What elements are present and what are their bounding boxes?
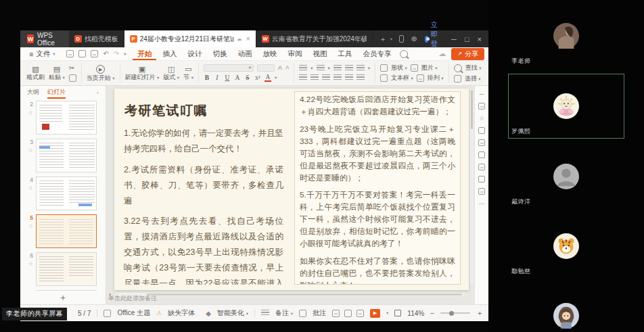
menu-design[interactable]: 设计 (183, 47, 206, 60)
new-tab-button[interactable]: ＋ ▾ (373, 30, 399, 47)
menu-transition[interactable]: 切换 (208, 47, 231, 60)
zoom-out-button[interactable]: − (430, 310, 434, 317)
slides-tab[interactable]: 幻灯片 (47, 86, 66, 99)
justify-icon[interactable] (334, 74, 342, 81)
animation-pane-icon[interactable] (478, 151, 485, 158)
participant-tile[interactable]: 戴诗洋 (509, 145, 624, 208)
tab-close-icon[interactable]: × (245, 35, 250, 43)
bold-button[interactable]: B (204, 75, 210, 82)
slide-thumb-6[interactable] (36, 252, 97, 286)
horizontal-scrollbar[interactable] (116, 293, 465, 296)
normal-view-icon[interactable] (332, 310, 340, 317)
reading-view-icon[interactable] (356, 310, 364, 317)
add-slide-button[interactable]: ＋ (20, 291, 106, 304)
restore-button[interactable]: □ (465, 35, 469, 43)
template-icon[interactable] (478, 139, 485, 146)
slide-thumb-5-selected[interactable] (36, 214, 97, 248)
sorter-view-icon[interactable] (344, 310, 352, 317)
favorites-icon[interactable]: ☆ (479, 115, 484, 122)
picture-button[interactable]: 图片 ▾ (421, 65, 438, 71)
menu-animation[interactable]: 动画 (233, 47, 256, 60)
thumbnail-row[interactable]: 3☆ (24, 139, 104, 172)
line-spacing-icon[interactable] (356, 65, 365, 72)
sidebar-toggle-icon[interactable] (399, 35, 404, 43)
more-tools-icon[interactable]: ⋯ (479, 200, 485, 207)
shapes-button[interactable]: 形状 ▾ (391, 65, 407, 71)
copy-icon[interactable] (69, 74, 76, 82)
select-button[interactable]: 选择 ▾ (465, 76, 481, 82)
comment-button[interactable]: 批注 (313, 308, 326, 318)
file-menu[interactable]: ≡ 文件 ▾ (24, 49, 60, 59)
editing-canvas[interactable]: 考研笔试叮嘱 1.无论你学的如何，请一定要去考，并且坚持考完四科，给自己一个交代… (106, 86, 474, 304)
font-color-button[interactable]: A (264, 74, 271, 82)
redo-icon[interactable]: ↷ (114, 50, 119, 57)
zoom-slider[interactable] (440, 312, 470, 314)
undo-icon[interactable]: ↶ (103, 50, 108, 57)
menu-home[interactable]: 开始 (133, 47, 156, 60)
strike-button[interactable]: S (244, 75, 251, 82)
slideshow-play-button[interactable]: ▶ (370, 309, 380, 318)
layout-button[interactable]: ◫ 版式 ▾ (163, 66, 179, 80)
zoom-slider-handle[interactable] (449, 311, 454, 316)
wps-home-button[interactable]: W WPS Office (20, 30, 69, 47)
menu-tools[interactable]: 工具 (333, 47, 356, 60)
find-button[interactable]: 查找 ▾ (465, 65, 482, 71)
thumbnail-row[interactable]: 6☆ (24, 252, 104, 286)
slide-left-textbox[interactable]: 考研笔试叮嘱 1.无论你学的如何，请一定要去考，并且坚持考完四科，给自己一个交代… (124, 91, 283, 285)
superscript-button[interactable]: x² (254, 75, 261, 82)
zoom-in-button[interactable]: ＋ (476, 308, 483, 318)
help-icon[interactable] (478, 176, 485, 183)
arrange-button[interactable]: 排列 ▾ (428, 75, 444, 81)
participant-tile[interactable]: 李老师 (509, 4, 624, 68)
notes-hint[interactable]: 单击此处添加备注 (108, 294, 157, 303)
doc-tab-document[interactable]: W 云南省教育厅关于加强2024年硕士研 (256, 30, 373, 47)
participant-tile[interactable]: 鄢勉慈 (509, 214, 624, 278)
doc-tab-docer[interactable]: D 找稻壳模板 (69, 30, 124, 47)
collapse-strip-icon[interactable]: ─ (480, 91, 484, 97)
thumbnail-row[interactable]: 4☆ (24, 176, 104, 210)
slide-right-textbox[interactable]: 4.22号吃完晚饭后回酒店开始复习英语作文＋肖四大题背诵（四套题建议过完一遍）；… (294, 91, 461, 285)
share-button[interactable]: ↗ 分享 (451, 48, 484, 60)
underline-button[interactable]: U (224, 75, 231, 82)
font-size-select[interactable] (257, 64, 275, 72)
font-name-select[interactable]: ▾ (204, 64, 254, 72)
save-icon[interactable] (66, 50, 74, 57)
doc-tab-active[interactable]: P 24届小教专业12月21日考研笔试 ☁ × (124, 30, 256, 47)
minimize-button[interactable]: ─ (451, 35, 457, 43)
thumbnail-row[interactable]: 2☆ (24, 101, 104, 135)
indent-decrease-icon[interactable] (334, 65, 342, 72)
menu-review[interactable]: 审阅 (283, 47, 306, 60)
align-left-icon[interactable] (299, 74, 307, 81)
cut-icon[interactable]: ✂ (69, 64, 76, 72)
indent-increase-icon[interactable] (345, 65, 353, 72)
grow-font-icon[interactable]: A (278, 65, 282, 71)
print-icon[interactable] (78, 50, 86, 57)
fit-window-icon[interactable] (394, 310, 401, 316)
slide-thumb-2[interactable] (36, 101, 97, 135)
play-from-current-button[interactable]: ▶ 当页开始 ▾ (87, 65, 115, 81)
bullets-icon[interactable] (299, 65, 307, 72)
align-right-icon[interactable] (322, 74, 330, 81)
thumbnail-row[interactable]: 7☆ THANKS (24, 290, 104, 291)
participant-tile[interactable] (509, 284, 624, 332)
missing-font-label[interactable]: 缺失字体 (168, 308, 195, 318)
star-icon[interactable]: ☆ (28, 185, 33, 191)
distribute-icon[interactable] (345, 74, 353, 81)
char-effect-button[interactable]: A (234, 75, 241, 82)
columns-icon[interactable] (356, 74, 365, 81)
vertical-scrollbar[interactable] (470, 89, 474, 285)
textbox-button[interactable]: 文本框 ▾ (391, 75, 413, 81)
current-slide[interactable]: 考研笔试叮嘱 1.无论你学的如何，请一定要去考，并且坚持考完四科，给自己一个交代… (114, 89, 469, 290)
slide-thumb-7[interactable]: THANKS (36, 290, 97, 291)
star-icon[interactable]: ☆ (28, 223, 33, 229)
beautify-button[interactable]: 智能美化 ▾ (217, 308, 248, 318)
preview-icon[interactable] (91, 50, 98, 57)
highlight-caret-icon[interactable]: ▾ (275, 76, 277, 80)
notes-button[interactable]: 备注 ▾ (275, 308, 293, 318)
thumbnail-row[interactable]: 5☆ (24, 214, 104, 248)
paste-button[interactable]: ▤ 粘贴 ▾ (49, 66, 65, 80)
properties-icon[interactable] (478, 103, 485, 110)
section-button[interactable]: ▭ 节 ▾ (183, 66, 193, 80)
slide-thumb-4[interactable] (36, 176, 97, 210)
star-icon[interactable]: ☆ (28, 261, 33, 267)
